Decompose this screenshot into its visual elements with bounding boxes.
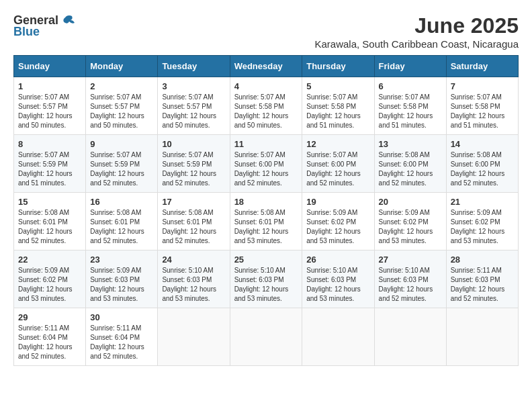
day-info: Sunrise: 5:07 AM Sunset: 6:00 PM Dayligh…: [234, 150, 298, 188]
sunset-text: Sunset: 6:03 PM: [90, 276, 140, 283]
sunset-text: Sunset: 5:57 PM: [162, 103, 212, 110]
daylight-text: Daylight: 12 hours and 53 minutes.: [451, 228, 505, 244]
table-row: 23 Sunrise: 5:09 AM Sunset: 6:03 PM Dayl…: [86, 250, 158, 308]
table-row: 29 Sunrise: 5:11 AM Sunset: 6:04 PM Dayl…: [14, 308, 86, 366]
sunrise-text: Sunrise: 5:07 AM: [234, 151, 285, 158]
table-row: [158, 308, 230, 366]
table-row: 11 Sunrise: 5:07 AM Sunset: 6:00 PM Dayl…: [230, 135, 302, 193]
table-row: 9 Sunrise: 5:07 AM Sunset: 5:59 PM Dayli…: [86, 135, 158, 193]
sunset-text: Sunset: 6:01 PM: [234, 218, 284, 226]
daylight-text: Daylight: 12 hours and 51 minutes.: [451, 112, 505, 129]
sunrise-text: Sunrise: 5:07 AM: [18, 151, 69, 158]
sunrise-text: Sunrise: 5:10 AM: [162, 267, 213, 274]
sunset-text: Sunset: 5:58 PM: [379, 103, 429, 110]
day-info: Sunrise: 5:08 AM Sunset: 6:00 PM Dayligh…: [379, 150, 442, 188]
day-number: 27: [379, 255, 442, 265]
table-row: [230, 308, 302, 366]
month-title: June 2025: [314, 13, 519, 38]
day-number: 23: [90, 255, 153, 265]
col-wednesday: Wednesday: [230, 56, 302, 77]
daylight-text: Daylight: 12 hours and 50 minutes.: [18, 112, 73, 129]
day-info: Sunrise: 5:07 AM Sunset: 5:58 PM Dayligh…: [234, 93, 298, 130]
day-info: Sunrise: 5:08 AM Sunset: 6:00 PM Dayligh…: [451, 150, 514, 188]
daylight-text: Daylight: 12 hours and 52 minutes.: [90, 228, 144, 244]
day-info: Sunrise: 5:09 AM Sunset: 6:02 PM Dayligh…: [306, 208, 369, 246]
sunrise-text: Sunrise: 5:07 AM: [306, 93, 357, 101]
sunset-text: Sunset: 5:59 PM: [18, 161, 68, 168]
sunrise-text: Sunrise: 5:08 AM: [451, 151, 502, 158]
day-info: Sunrise: 5:09 AM Sunset: 6:03 PM Dayligh…: [90, 266, 153, 304]
calendar-table: Sunday Monday Tuesday Wednesday Thursday…: [13, 55, 519, 366]
daylight-text: Daylight: 12 hours and 50 minutes.: [234, 112, 289, 129]
daylight-text: Daylight: 12 hours and 52 minutes.: [379, 285, 433, 302]
sunrise-text: Sunrise: 5:08 AM: [90, 209, 141, 216]
sunset-text: Sunset: 6:00 PM: [379, 161, 429, 168]
sunrise-text: Sunrise: 5:08 AM: [18, 209, 69, 216]
sunset-text: Sunset: 6:02 PM: [379, 218, 429, 226]
day-number: 20: [379, 197, 442, 207]
day-info: Sunrise: 5:10 AM Sunset: 6:03 PM Dayligh…: [234, 266, 298, 304]
table-row: 4 Sunrise: 5:07 AM Sunset: 5:58 PM Dayli…: [230, 77, 302, 135]
day-number: 10: [162, 139, 225, 149]
daylight-text: Daylight: 12 hours and 52 minutes.: [162, 170, 216, 187]
table-row: 28 Sunrise: 5:11 AM Sunset: 6:03 PM Dayl…: [446, 250, 518, 308]
sunrise-text: Sunrise: 5:08 AM: [379, 151, 430, 158]
logo-blue-text: Blue: [13, 25, 40, 39]
daylight-text: Daylight: 12 hours and 50 minutes.: [162, 112, 216, 129]
day-info: Sunrise: 5:08 AM Sunset: 6:01 PM Dayligh…: [18, 208, 81, 246]
day-info: Sunrise: 5:11 AM Sunset: 6:03 PM Dayligh…: [451, 266, 514, 304]
day-number: 5: [306, 81, 369, 91]
day-number: 7: [451, 81, 514, 91]
col-thursday: Thursday: [302, 56, 374, 77]
day-number: 13: [379, 139, 442, 149]
day-info: Sunrise: 5:07 AM Sunset: 5:59 PM Dayligh…: [18, 150, 81, 188]
sunset-text: Sunset: 6:03 PM: [306, 276, 356, 283]
day-info: Sunrise: 5:07 AM Sunset: 5:58 PM Dayligh…: [451, 93, 514, 130]
sunset-text: Sunset: 6:02 PM: [451, 218, 500, 226]
table-row: 20 Sunrise: 5:09 AM Sunset: 6:02 PM Dayl…: [374, 193, 446, 250]
daylight-text: Daylight: 12 hours and 51 minutes.: [379, 112, 433, 129]
day-number: 17: [162, 197, 225, 207]
day-info: Sunrise: 5:10 AM Sunset: 6:03 PM Dayligh…: [162, 266, 225, 304]
col-saturday: Saturday: [446, 56, 518, 77]
table-row: 18 Sunrise: 5:08 AM Sunset: 6:01 PM Dayl…: [230, 193, 302, 250]
sunset-text: Sunset: 5:57 PM: [18, 103, 68, 110]
table-row: 22 Sunrise: 5:09 AM Sunset: 6:02 PM Dayl…: [14, 250, 86, 308]
table-row: 12 Sunrise: 5:07 AM Sunset: 6:00 PM Dayl…: [302, 135, 374, 193]
day-info: Sunrise: 5:08 AM Sunset: 6:01 PM Dayligh…: [234, 208, 298, 246]
sunrise-text: Sunrise: 5:09 AM: [379, 209, 430, 216]
sunrise-text: Sunrise: 5:07 AM: [90, 93, 141, 101]
table-row: 8 Sunrise: 5:07 AM Sunset: 5:59 PM Dayli…: [14, 135, 86, 193]
daylight-text: Daylight: 12 hours and 51 minutes.: [306, 112, 361, 129]
sunrise-text: Sunrise: 5:10 AM: [379, 267, 430, 274]
col-sunday: Sunday: [14, 56, 86, 77]
day-number: 19: [306, 197, 369, 207]
table-row: 1 Sunrise: 5:07 AM Sunset: 5:57 PM Dayli…: [14, 77, 86, 135]
sunrise-text: Sunrise: 5:10 AM: [306, 267, 357, 274]
day-info: Sunrise: 5:10 AM Sunset: 6:03 PM Dayligh…: [379, 266, 442, 304]
sunset-text: Sunset: 5:58 PM: [451, 103, 500, 110]
sunrise-text: Sunrise: 5:07 AM: [162, 151, 213, 158]
daylight-text: Daylight: 12 hours and 53 minutes.: [90, 285, 144, 302]
sunset-text: Sunset: 6:04 PM: [90, 334, 140, 341]
sunset-text: Sunset: 6:01 PM: [90, 218, 140, 226]
sunrise-text: Sunrise: 5:09 AM: [18, 267, 69, 274]
day-info: Sunrise: 5:07 AM Sunset: 6:00 PM Dayligh…: [306, 150, 369, 188]
daylight-text: Daylight: 12 hours and 52 minutes.: [18, 228, 73, 244]
sunrise-text: Sunrise: 5:07 AM: [18, 93, 69, 101]
calendar-week-row: 1 Sunrise: 5:07 AM Sunset: 5:57 PM Dayli…: [14, 77, 519, 135]
daylight-text: Daylight: 12 hours and 52 minutes.: [451, 285, 505, 302]
day-number: 29: [18, 312, 81, 322]
day-number: 18: [234, 197, 298, 207]
day-info: Sunrise: 5:07 AM Sunset: 5:58 PM Dayligh…: [306, 93, 369, 130]
sunset-text: Sunset: 6:01 PM: [162, 218, 212, 226]
calendar-week-row: 22 Sunrise: 5:09 AM Sunset: 6:02 PM Dayl…: [14, 250, 519, 308]
sunset-text: Sunset: 6:03 PM: [162, 276, 212, 283]
day-number: 12: [306, 139, 369, 149]
day-info: Sunrise: 5:07 AM Sunset: 5:59 PM Dayligh…: [162, 150, 225, 188]
col-tuesday: Tuesday: [158, 56, 230, 77]
page-header: General Blue June 2025 Karawala, South C…: [13, 13, 519, 50]
col-friday: Friday: [374, 56, 446, 77]
day-number: 24: [162, 255, 225, 265]
daylight-text: Daylight: 12 hours and 52 minutes.: [451, 170, 505, 187]
